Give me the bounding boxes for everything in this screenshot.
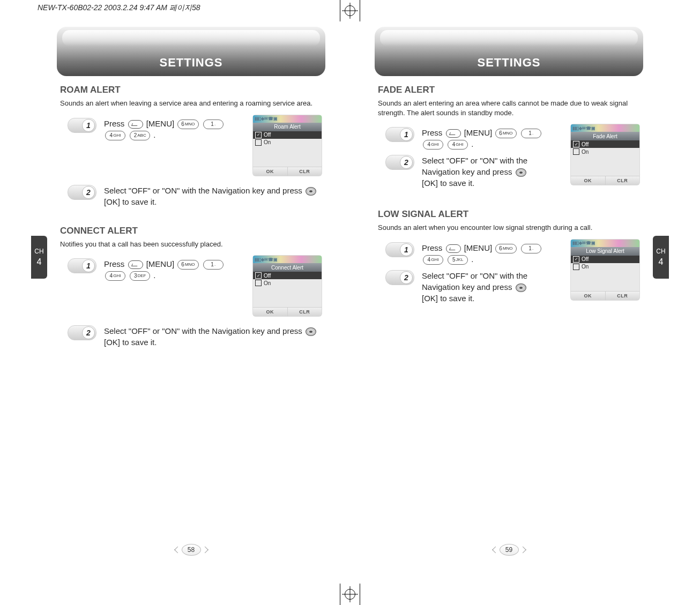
- screen-option-off: ✓Off: [253, 272, 322, 279]
- screen-clr-button: CLR: [287, 308, 322, 316]
- section-title: ROAM ALERT: [60, 85, 322, 95]
- section-title: CONNECT ALERT: [60, 226, 322, 236]
- screen-status-icons: ▮▮▯◆✉☎▣: [570, 124, 640, 132]
- key-4-icon: 4GHI: [105, 271, 125, 281]
- step-badge: 1: [68, 118, 96, 133]
- header-title: SETTINGS: [375, 56, 643, 70]
- softkey-icon: [128, 260, 143, 269]
- header-panel: SETTINGS: [57, 27, 325, 76]
- key-6-icon: 6MNO: [495, 129, 516, 138]
- section-desc: Sounds an alert when leaving a service a…: [60, 99, 322, 108]
- screen-title: Fade Alert: [570, 132, 640, 140]
- key-1-icon: 1.: [521, 244, 541, 253]
- step-1: 1 Press [MENU] 6MNO 1. 4GHI 2ABC .: [60, 118, 243, 140]
- menu-label: [MENU]: [146, 119, 175, 128]
- key-1-icon: 1.: [203, 260, 224, 270]
- softkey-icon: [128, 120, 143, 129]
- header-title: SETTINGS: [57, 56, 325, 70]
- t: Press: [422, 243, 445, 252]
- step-2: 2 Select "OFF" or "ON" with the Navigati…: [60, 185, 322, 207]
- phone-screen-fade: ▮▮▯◆✉☎▣ Fade Alert ✓Off On OK CLR: [570, 124, 640, 185]
- key-4-icon: 4GHI: [105, 131, 125, 140]
- key-4-icon: 4GHI: [423, 140, 443, 150]
- screen-option-off: ✓Off: [253, 131, 322, 139]
- nav-key-icon: [516, 283, 526, 292]
- step-text: Press [MENU] 6MNO 1. 4GHI 2ABC .: [104, 118, 243, 140]
- step-text: Select "OFF" or "ON" with the Navigation…: [422, 155, 561, 189]
- phone-screen-connect: ▮▮▯◆✉☎▣ Connect Alert ✓Off On OK CLR: [252, 255, 322, 317]
- nav-key-icon: [306, 187, 316, 196]
- key-4b-icon: 4GHI: [448, 140, 468, 150]
- chapter-tab-left: CH 4: [31, 236, 47, 279]
- registration-mark-top: [336, 0, 364, 21]
- step-1: 1 Press [MENU] 6MNO 1. 4GHI 4GHI .: [378, 127, 561, 150]
- ok-label: [OK]: [104, 197, 120, 206]
- screen-ok-button: OK: [253, 308, 287, 316]
- step-badge: 2: [68, 325, 96, 340]
- page-number-left: 58: [180, 544, 203, 556]
- step-text: Select "OFF" or "ON" with the Navigation…: [104, 185, 322, 207]
- screen-status-icons: ▮▮▯◆✉☎▣: [570, 239, 640, 247]
- ok-label: [OK]: [422, 178, 438, 188]
- section-desc: Sounds an alert entering an area where c…: [378, 99, 640, 117]
- step-badge: 2: [385, 270, 414, 285]
- t: .: [471, 255, 473, 264]
- key-3-icon: 3DEF: [130, 271, 150, 281]
- section-title: LOW SIGNAL ALERT: [378, 209, 640, 220]
- chapter-number: 4: [37, 257, 42, 267]
- t: to save it.: [440, 294, 474, 303]
- t: .: [153, 271, 155, 280]
- phone-screen-low-signal: ▮▮▯◆✉☎▣ Low Signal Alert ✓Off On OK CLR: [570, 239, 640, 301]
- step-text: Press [MENU] 6MNO 1. 4GHI 3DEF .: [104, 258, 243, 281]
- header-panel: SETTINGS: [375, 27, 643, 76]
- t: Press: [104, 259, 127, 268]
- screen-title: Low Signal Alert: [570, 247, 640, 256]
- step-badge: 2: [68, 185, 96, 200]
- section-roam-alert: ROAM ALERT Sounds an alert when leaving …: [60, 85, 322, 207]
- chapter-tab-right: CH 4: [653, 236, 669, 279]
- key-6-icon: 6MNO: [177, 260, 198, 270]
- softkey-icon: [446, 129, 461, 138]
- key-6-icon: 6MNO: [177, 119, 198, 129]
- key-2-icon: 2ABC: [130, 131, 150, 140]
- step-badge: 2: [385, 155, 414, 170]
- section-fade-alert: FADE ALERT Sounds an alert entering an a…: [378, 85, 640, 193]
- screen-option-off: ✓Off: [571, 256, 639, 263]
- ok-label: [OK]: [104, 338, 120, 347]
- key-1-icon: 1.: [203, 119, 224, 129]
- step-badge: 1: [385, 127, 414, 142]
- screen-title: Connect Alert: [252, 263, 322, 272]
- step-badge: 1: [68, 258, 96, 273]
- t: to save it.: [122, 338, 157, 347]
- section-low-signal-alert: LOW SIGNAL ALERT Sounds an alert when yo…: [378, 209, 640, 308]
- key-1-icon: 1.: [521, 129, 541, 138]
- key-6-icon: 6MNO: [495, 244, 516, 253]
- t: Select "OFF" or "ON" with the Navigation…: [104, 186, 304, 195]
- page-spread: CH 4 SETTINGS ROAM ALERT Sounds an alert…: [32, 21, 668, 560]
- step-2: 2 Select "OFF" or "ON" with the Navigati…: [378, 270, 561, 304]
- key-4-icon: 4GHI: [423, 255, 443, 265]
- screen-ok-button: OK: [253, 167, 287, 176]
- screen-option-on: On: [253, 139, 322, 146]
- screen-clr-button: CLR: [287, 167, 322, 176]
- t: Select "OFF" or "ON" with the Navigation…: [422, 271, 527, 292]
- section-desc: Notifies you that a call has been succes…: [60, 240, 322, 249]
- page-number-right: 59: [497, 544, 521, 556]
- t: to save it.: [122, 197, 157, 206]
- screen-clr-button: CLR: [605, 176, 640, 185]
- t: Press: [104, 119, 127, 128]
- softkey-icon: [446, 244, 461, 253]
- t: to save it.: [440, 178, 474, 188]
- screen-option-on: On: [253, 279, 322, 287]
- key-5-icon: 5JKL: [448, 255, 468, 265]
- screen-status-icons: ▮▮▯◆✉☎▣: [252, 255, 322, 263]
- phone-screen-roam: ▮▮▯◆✉☎▣ Roam Alert ✓Off On OK CLR: [252, 115, 322, 176]
- print-slug: NEW-TX-60B02-22 2003.2.24 9:47 AM 페이지58: [38, 3, 200, 13]
- menu-label: [MENU]: [464, 128, 493, 137]
- screen-ok-button: OK: [571, 292, 605, 300]
- section-desc: Sounds an alert when you encounter low s…: [378, 223, 640, 233]
- section-connect-alert: CONNECT ALERT Notifies you that a call h…: [60, 226, 322, 348]
- t: Select "OFF" or "ON" with the Navigation…: [422, 156, 527, 176]
- nav-key-icon: [306, 327, 316, 336]
- step-badge: 1: [385, 242, 414, 257]
